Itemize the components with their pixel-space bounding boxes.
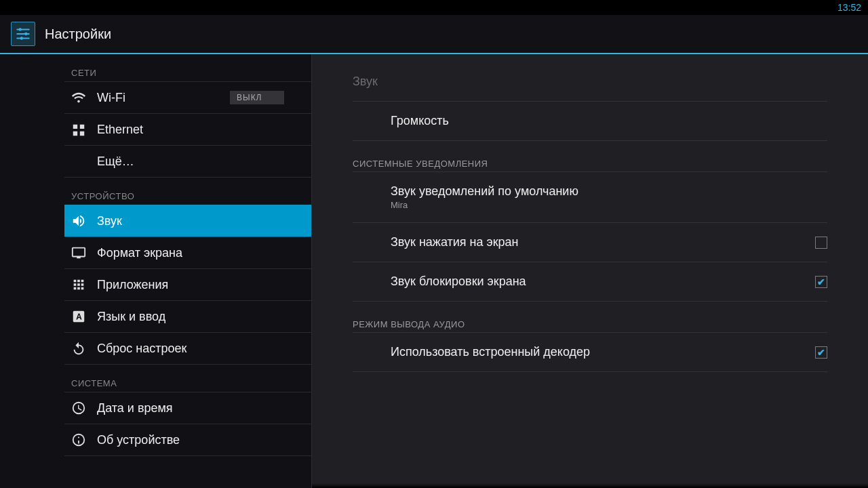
row-label: Звук уведомлений по умолчанию xyxy=(391,184,827,199)
row-volume[interactable]: Громкость xyxy=(353,102,827,141)
ethernet-icon xyxy=(71,122,86,137)
row-touch-sounds[interactable]: Звук нажатия на экран xyxy=(353,223,827,262)
svg-point-5 xyxy=(20,37,23,39)
sidebar-item-label: Об устройстве xyxy=(97,433,311,447)
sidebar-item-label: Дата и время xyxy=(97,401,311,415)
content-title: Звук xyxy=(353,75,827,102)
row-label: Использовать встроенный декодер xyxy=(391,345,815,359)
sidebar-category-device: УСТРОЙСТВО xyxy=(64,178,311,205)
sidebar-category-networks: СЕТИ xyxy=(64,54,311,82)
sidebar-item-ethernet[interactable]: Ethernet xyxy=(64,113,311,146)
row-label: Звук блокировки экрана xyxy=(391,274,815,289)
sidebar-item-label: Формат экрана xyxy=(97,246,311,260)
wifi-icon xyxy=(71,90,86,105)
clock: 13:52 xyxy=(837,2,861,13)
sound-icon xyxy=(71,214,86,228)
page-title: Настройки xyxy=(45,26,111,42)
wifi-toggle-off[interactable]: ВЫКЛ xyxy=(230,91,284,104)
content-pane: Звук Громкость СИСТЕМНЫЕ УВЕДОМЛЕНИЯ Зву… xyxy=(312,54,868,488)
sidebar-item-label: Ещё… xyxy=(97,155,311,169)
sidebar-item-label: Сброс настроек xyxy=(97,342,311,356)
status-bar: 13:52 xyxy=(0,0,868,15)
clock-icon xyxy=(71,401,86,415)
apps-icon xyxy=(71,277,86,292)
svg-rect-0 xyxy=(16,28,30,30)
sidebar-item-sound[interactable]: Звук xyxy=(64,205,311,237)
action-bar: Настройки xyxy=(0,15,868,53)
checkbox-builtin-decoder[interactable] xyxy=(815,346,827,359)
sidebar-item-label: Wi-Fi xyxy=(97,91,219,105)
section-notifications: СИСТЕМНЫЕ УВЕДОМЛЕНИЯ xyxy=(353,141,827,172)
sidebar-item-language[interactable]: Язык и ввод xyxy=(64,300,311,333)
row-sublabel: Mira xyxy=(391,200,827,210)
svg-rect-2 xyxy=(16,33,30,35)
sidebar-item-label: Приложения xyxy=(97,278,311,292)
reset-icon xyxy=(71,341,86,356)
sidebar-item-more[interactable]: Ещё… xyxy=(64,145,311,178)
sidebar-category-system: СИСТЕМА xyxy=(64,365,311,392)
sidebar-item-apps[interactable]: Приложения xyxy=(64,268,311,301)
sidebar-item-label: Звук xyxy=(97,214,311,228)
section-audio-output: РЕЖИМ ВЫВОДА АУДИО xyxy=(353,302,827,333)
sidebar: СЕТИ Wi-Fi ВЫКЛ Ethernet Ещё… УСТРОЙСТВО xyxy=(0,54,312,488)
row-label: Громкость xyxy=(391,114,827,128)
svg-point-1 xyxy=(19,28,22,30)
settings-icon xyxy=(11,22,35,46)
info-icon xyxy=(71,432,86,447)
row-label: Звук нажатия на экран xyxy=(391,235,815,249)
sidebar-item-label: Ethernet xyxy=(97,123,311,137)
main-split: СЕТИ Wi-Fi ВЫКЛ Ethernet Ещё… УСТРОЙСТВО xyxy=(0,54,868,488)
row-builtin-decoder[interactable]: Использовать встроенный декодер xyxy=(353,333,827,372)
sidebar-item-about[interactable]: Об устройстве xyxy=(64,424,311,456)
display-icon xyxy=(71,245,86,260)
row-lock-sounds[interactable]: Звук блокировки экрана xyxy=(353,262,827,302)
checkbox-touch-sounds[interactable] xyxy=(815,237,827,249)
svg-point-3 xyxy=(24,33,27,35)
row-notification-sound[interactable]: Звук уведомлений по умолчанию Mira xyxy=(353,172,827,223)
sidebar-item-label: Язык и ввод xyxy=(97,310,311,324)
sidebar-item-datetime[interactable]: Дата и время xyxy=(64,392,311,424)
language-icon xyxy=(71,309,86,324)
sidebar-item-reset[interactable]: Сброс настроек xyxy=(64,332,311,365)
sidebar-item-wifi[interactable]: Wi-Fi ВЫКЛ xyxy=(64,81,311,114)
sidebar-item-display[interactable]: Формат экрана xyxy=(64,237,311,269)
checkbox-lock-sounds[interactable] xyxy=(815,276,827,288)
